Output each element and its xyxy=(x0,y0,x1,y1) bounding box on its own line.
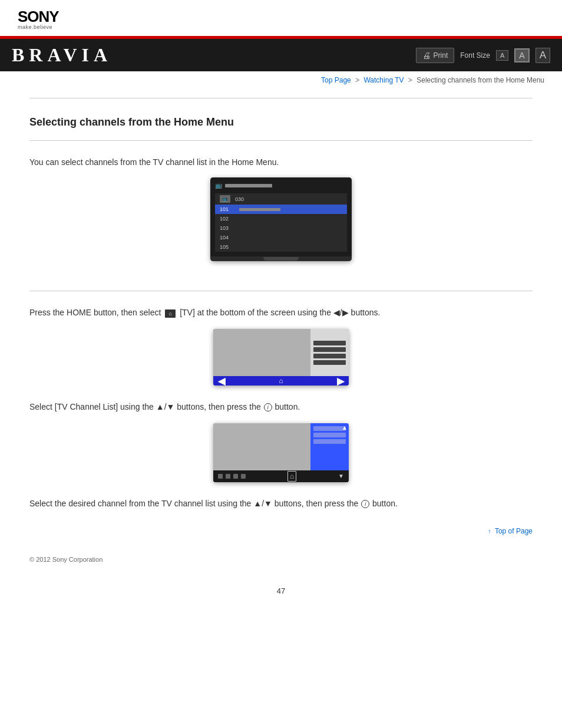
page-number: 47 xyxy=(0,575,562,601)
channel-num-030: 030 xyxy=(235,196,250,202)
header-controls: 🖨 Print Font Size A A A xyxy=(416,48,562,63)
down-arrow-bottom: ▼ xyxy=(338,473,344,479)
copyright-text: © 2012 Sony Corporation xyxy=(29,556,103,563)
step1-text-before: Press the HOME button, then select xyxy=(29,308,161,317)
home-menu-content-3: ▲ xyxy=(213,423,349,470)
channel-num-102: 102 xyxy=(220,216,234,222)
page-title: Selecting channels from the Home Menu xyxy=(29,116,533,129)
step2-text-end: button. xyxy=(275,402,300,411)
tv-selected-icon: ⌂ xyxy=(279,377,283,385)
tv-title-bar: 📺 xyxy=(215,182,347,190)
tv-icon-bottom: ⌂ xyxy=(287,471,296,482)
step-2-text: Select [TV Channel List] using the ▲/▼ b… xyxy=(29,400,533,414)
home-menu-left-3 xyxy=(213,423,310,470)
bottom-icon-3 xyxy=(233,474,238,479)
font-large-button[interactable]: A xyxy=(535,48,550,63)
sony-tagline: make.believe xyxy=(18,24,52,30)
circle-i-icon-2: i xyxy=(361,500,369,508)
channel-item-030: 📺 030 xyxy=(215,193,347,205)
sony-logo: SONY make.believe xyxy=(18,9,65,30)
bottom-icon-2 xyxy=(226,474,230,479)
bravia-logo: BRAVIA xyxy=(0,44,124,66)
step2-text-before: Select [TV Channel List] using the xyxy=(29,402,154,411)
description-text: You can select channels from the TV chan… xyxy=(29,156,533,169)
channel-item-105: 105 xyxy=(215,242,347,252)
top-of-page-label: Top of Page xyxy=(495,527,533,535)
font-medium-button[interactable]: A xyxy=(514,48,529,62)
footer: © 2012 Sony Corporation xyxy=(0,544,562,575)
channel-icon-030: 📺 xyxy=(220,195,230,203)
nav-left-arrow-icon: ◀ xyxy=(218,375,225,386)
breadcrumb-top-page[interactable]: Top Page xyxy=(321,76,351,84)
bottom-icon-1 xyxy=(218,474,223,479)
channel-bar-101 xyxy=(239,208,280,211)
bottom-icons xyxy=(218,474,246,479)
menu-item-bar-2 xyxy=(313,347,346,352)
home-menu-left xyxy=(213,329,310,376)
channel-num-103: 103 xyxy=(220,225,234,231)
tv-stand-1 xyxy=(210,256,352,261)
channel-item-101-selected: 101 xyxy=(215,205,347,214)
font-size-label: Font Size xyxy=(460,51,490,60)
menu-selected-1 xyxy=(313,426,346,431)
top-of-page-link[interactable]: ↑ Top of Page xyxy=(488,527,533,535)
menu-selected-3 xyxy=(313,439,346,444)
tv-base-1 xyxy=(263,257,299,261)
home-menu-bottom: ◀ ⌂ ▶ xyxy=(213,376,349,386)
menu-selected-2 xyxy=(313,433,346,437)
channel-item-103: 103 xyxy=(215,223,347,233)
bottom-icon-4 xyxy=(241,474,246,479)
content-area: Selecting channels from the Home Menu Yo… xyxy=(0,98,562,544)
divider-1 xyxy=(29,98,533,98)
top-arrow-icon: ↑ xyxy=(488,528,491,535)
tv-screen-2: ◀ ⌂ ▶ xyxy=(213,329,349,386)
breadcrumb-separator-2: > xyxy=(408,76,412,84)
step2-text-mid: buttons, then press the xyxy=(177,402,260,411)
print-button[interactable]: 🖨 Print xyxy=(416,48,455,63)
step3-text-before: Select the desired channel from the TV c… xyxy=(29,499,251,508)
tv-mockup-3-container: ▲ ⌂ ▼ xyxy=(29,423,533,482)
step1-text-mid: [TV] at the bottom of the screen using t… xyxy=(180,308,331,317)
tv-title-line xyxy=(225,184,272,187)
channel-num-104: 104 xyxy=(220,235,234,241)
channel-item-102: 102 xyxy=(215,214,347,223)
tv-mockup-2-container: ◀ ⌂ ▶ xyxy=(29,329,533,386)
tv-mockup-1-container: 📺 📺 030 101 xyxy=(29,177,533,261)
print-icon: 🖨 xyxy=(422,51,431,60)
title-section: Selecting channels from the Home Menu xyxy=(29,107,533,131)
home-menu-bottom-3: ⌂ ▼ xyxy=(213,470,349,482)
font-small-button[interactable]: A xyxy=(496,50,508,61)
bravia-header: BRAVIA 🖨 Print Font Size A A A xyxy=(0,36,562,71)
print-label: Print xyxy=(434,51,448,60)
nav-right-arrow-icon: ▶ xyxy=(337,375,344,386)
menu-item-bar-4 xyxy=(313,360,346,365)
step1-text-end: buttons. xyxy=(351,308,381,317)
step-1-section: Press the HOME button, then select ⌂ [TV… xyxy=(29,300,533,519)
step3-text-mid: buttons, then press the xyxy=(275,499,358,508)
tv-screen-3: ▲ ⌂ ▼ xyxy=(213,423,349,482)
home-menu-right-3: ▲ xyxy=(310,423,349,470)
divider-3 xyxy=(29,291,533,291)
tv-channel-icon: 📺 xyxy=(215,182,222,189)
step-1-text: Press the HOME button, then select ⌂ [TV… xyxy=(29,306,533,320)
step-3-text: Select the desired channel from the TV c… xyxy=(29,497,533,511)
menu-item-bar-3 xyxy=(313,354,346,358)
menu-item-bar-1 xyxy=(313,341,346,345)
top-bar: SONY make.believe xyxy=(0,0,562,36)
home-menu-right xyxy=(310,329,349,376)
tv-screen-content: 📺 📺 030 101 xyxy=(210,177,352,256)
channel-list: 📺 030 101 102 103 xyxy=(215,193,347,252)
channel-num-101: 101 xyxy=(220,206,234,212)
circle-i-icon-1: i xyxy=(264,403,272,411)
step3-text-end: button. xyxy=(372,499,398,508)
breadcrumb-watching-tv[interactable]: Watching TV xyxy=(363,76,404,84)
home-menu-content xyxy=(213,329,349,376)
top-of-page-container: ↑ Top of Page xyxy=(29,520,533,544)
breadcrumb: Top Page > Watching TV > Selecting chann… xyxy=(0,71,562,89)
sony-text: SONY xyxy=(18,9,59,24)
divider-2 xyxy=(29,140,533,141)
channel-item-104: 104 xyxy=(215,233,347,242)
channel-num-105: 105 xyxy=(220,244,234,250)
breadcrumb-separator-1: > xyxy=(355,76,359,84)
tv-inline-icon: ⌂ xyxy=(165,309,176,318)
